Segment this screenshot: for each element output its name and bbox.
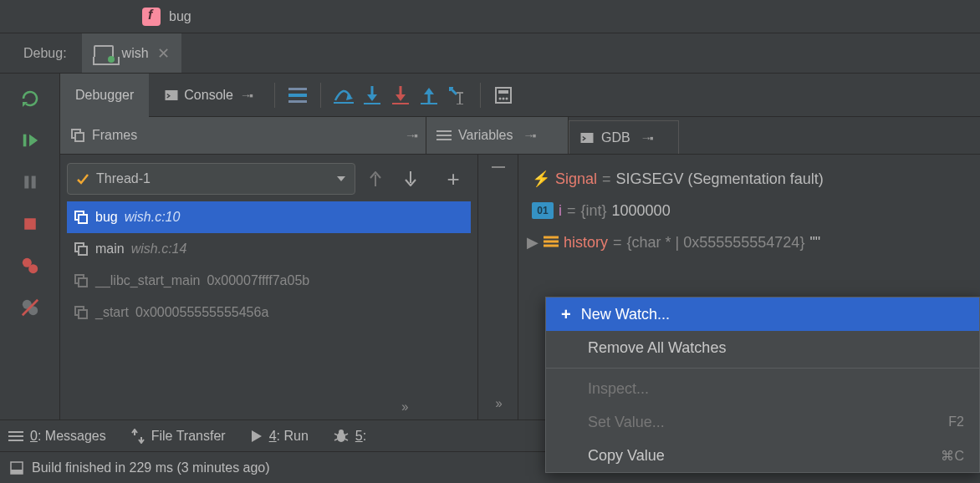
ctx-remove-watches[interactable]: Remove All Watches xyxy=(546,331,979,364)
variables-panel-header[interactable]: Variables →▪ xyxy=(426,117,569,154)
frames-label: Frames xyxy=(92,128,137,143)
svg-point-51 xyxy=(339,430,344,435)
run-config-name: wish xyxy=(122,46,149,61)
var-name: history xyxy=(564,234,608,252)
show-execution-point-button[interactable] xyxy=(283,81,312,109)
thread-label: Thread-1 xyxy=(96,171,151,186)
popout-icon[interactable]: →▪ xyxy=(523,129,534,142)
var-i[interactable]: 01 i = {int} 1000000 xyxy=(532,195,972,226)
svg-line-53 xyxy=(345,434,348,435)
debug-label: Debug: xyxy=(0,33,82,73)
evaluate-expression-button[interactable] xyxy=(489,81,518,109)
frame-loc: wish.c:14 xyxy=(131,242,187,257)
view-breakpoints-button[interactable] xyxy=(10,249,50,282)
frames-more-icon[interactable]: ›› xyxy=(401,399,407,414)
mute-breakpoints-button[interactable] xyxy=(10,291,50,324)
popout-icon[interactable]: →▪ xyxy=(405,129,416,142)
thread-selector[interactable]: Thread-1 xyxy=(67,163,355,195)
frame-icon xyxy=(74,242,89,257)
ctx-inspect[interactable]: Inspect... xyxy=(546,372,979,405)
context-menu: + New Watch... Remove All Watches Inspec… xyxy=(545,297,980,473)
close-icon[interactable]: ✕ xyxy=(157,44,170,63)
svg-rect-9 xyxy=(166,90,178,100)
separator xyxy=(274,83,275,108)
variables-label: Variables xyxy=(458,128,513,143)
svg-rect-57 xyxy=(11,470,23,474)
separator xyxy=(480,83,481,108)
ctx-shortcut: F2 xyxy=(948,414,964,430)
force-step-into-button[interactable] xyxy=(386,81,415,109)
frame-name: _start xyxy=(95,305,129,320)
tw-debug[interactable]: 5: xyxy=(334,429,366,444)
transfer-icon xyxy=(131,429,145,444)
frame-item-start[interactable]: _start 0x000055555555456a xyxy=(67,297,471,328)
console-popout-icon[interactable]: →▪ xyxy=(240,89,251,102)
frames-panel-header[interactable]: Frames →▪ xyxy=(60,117,426,154)
var-value: SIGSEGV (Segmentation fault) xyxy=(616,170,824,188)
frame-item-main[interactable]: main wish.c:14 xyxy=(67,233,471,265)
debugger-toolbar: Debugger Console →▪ xyxy=(60,74,980,117)
stop-button[interactable] xyxy=(10,207,50,241)
pause-button[interactable] xyxy=(10,165,50,199)
equals: = xyxy=(602,170,611,188)
tw-messages[interactable]: 0: Messages xyxy=(8,429,106,444)
step-into-button[interactable] xyxy=(358,81,386,109)
tw-file-transfer[interactable]: File Transfer xyxy=(131,429,226,444)
frame-down-button[interactable] xyxy=(396,164,426,194)
step-over-button[interactable] xyxy=(329,81,358,109)
frames-panel: Thread-1 + bug wish.c:10 main xyxy=(60,155,478,419)
tab-console[interactable]: Console →▪ xyxy=(149,74,266,117)
svg-line-55 xyxy=(345,439,348,440)
var-type: {int} xyxy=(581,202,607,220)
svg-line-54 xyxy=(334,439,338,440)
more-icon[interactable]: ›› xyxy=(495,396,501,411)
run-to-cursor-button[interactable] xyxy=(443,81,472,109)
var-name: i xyxy=(559,202,562,220)
svg-rect-23 xyxy=(496,88,511,103)
tw-run[interactable]: 4: Run xyxy=(251,429,309,444)
svg-rect-39 xyxy=(79,247,87,255)
tab-debugger[interactable]: Debugger xyxy=(60,74,149,117)
frame-up-button[interactable] xyxy=(360,164,390,194)
popout-icon[interactable]: →▪ xyxy=(641,131,651,145)
step-out-button[interactable] xyxy=(415,81,443,109)
struct-icon xyxy=(544,234,559,252)
ctx-set-value[interactable]: Set Value... F2 xyxy=(546,405,979,439)
equals: = xyxy=(613,234,622,252)
svg-rect-29 xyxy=(75,133,84,141)
resume-button[interactable] xyxy=(10,124,50,157)
frame-icon xyxy=(74,305,89,320)
var-signal[interactable]: ⚡ Signal = SIGSEGV (Segmentation fault) xyxy=(532,163,972,195)
status-message: Build finished in 229 ms (3 minutes ago) xyxy=(32,460,270,475)
tw-label: File Transfer xyxy=(151,429,226,444)
gdb-panel-header[interactable]: GDB →▪ xyxy=(569,120,679,154)
rerun-button[interactable] xyxy=(10,82,50,115)
status-icon xyxy=(10,461,23,475)
var-type: {char * | 0x555555554724} xyxy=(627,234,805,252)
ctx-separator xyxy=(546,368,979,369)
breadcrumb-fn[interactable]: bug xyxy=(169,9,191,24)
frame-name: __libc_start_main xyxy=(95,273,200,288)
add-frame-button[interactable]: + xyxy=(436,164,471,194)
frame-addr: 0x000055555555456a xyxy=(135,305,268,320)
breadcrumb-row: bug xyxy=(0,0,980,33)
collapse-icon[interactable] xyxy=(492,166,505,168)
frame-name: bug xyxy=(95,210,118,225)
svg-rect-41 xyxy=(79,278,87,287)
expand-icon[interactable]: ▶ xyxy=(527,233,538,252)
frame-item-libc[interactable]: __libc_start_main 0x00007ffff7a05b xyxy=(67,265,471,297)
var-history[interactable]: ▶ history = {char * | 0x555555554724} "" xyxy=(532,226,972,258)
debug-tab-row: Debug: wish ✕ xyxy=(0,33,980,74)
chevron-down-icon xyxy=(336,174,346,184)
ctx-new-watch[interactable]: + New Watch... xyxy=(546,297,979,331)
frame-icon xyxy=(74,273,89,288)
frame-item-bug[interactable]: bug wish.c:10 xyxy=(67,201,471,233)
bug-icon xyxy=(334,429,349,444)
ctx-label: New Watch... xyxy=(581,306,670,323)
terminal-icon xyxy=(579,130,595,145)
ctx-label: Remove All Watches xyxy=(588,339,726,357)
svg-point-5 xyxy=(28,264,38,273)
frame-loc: wish.c:10 xyxy=(125,210,181,225)
debug-tab-wish[interactable]: wish ✕ xyxy=(82,33,181,73)
ctx-copy-value[interactable]: Copy Value ⌘C xyxy=(546,439,979,472)
